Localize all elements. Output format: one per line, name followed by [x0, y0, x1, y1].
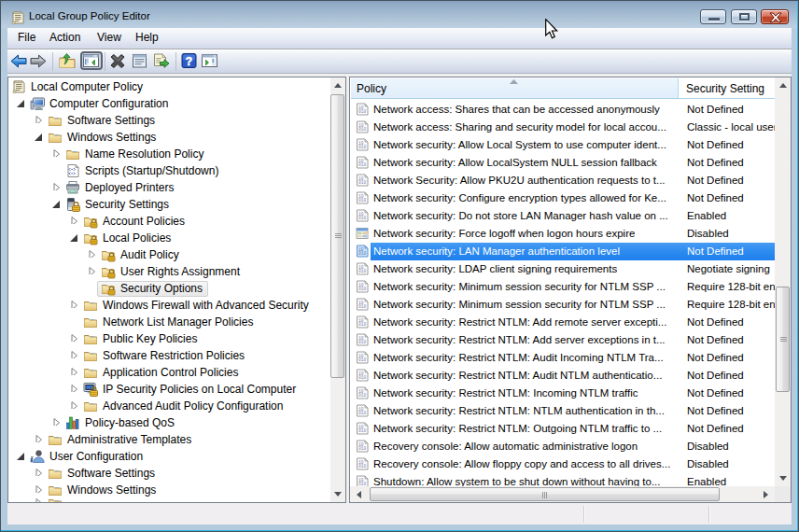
svg-text:?: ?	[186, 55, 192, 68]
